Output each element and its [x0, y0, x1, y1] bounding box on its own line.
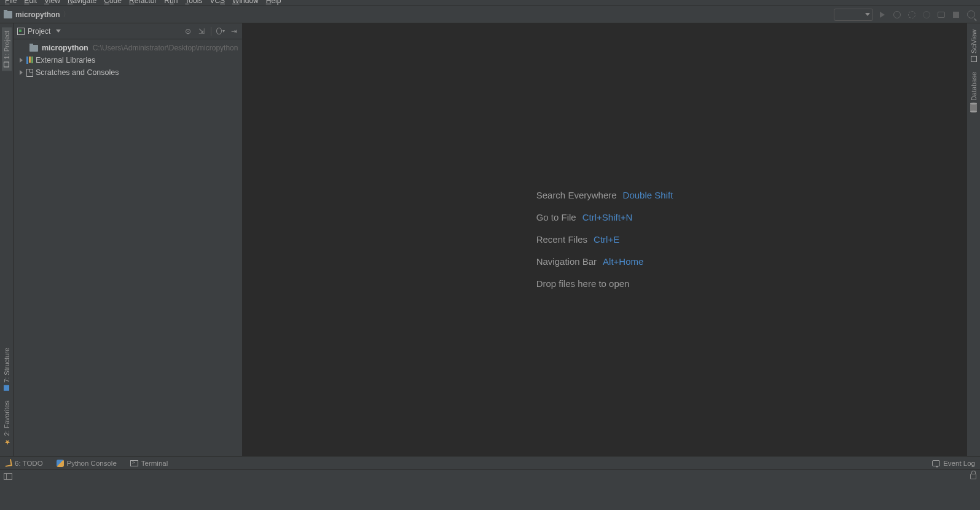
- locate-icon[interactable]: ⊙: [184, 27, 192, 36]
- tool-tab-python-console[interactable]: Python Console: [57, 460, 117, 467]
- folder-icon: [4, 11, 12, 18]
- hint-goto-key: Ctrl+Shift+N: [582, 206, 633, 229]
- hide-icon[interactable]: ⇥: [230, 27, 238, 36]
- event-log-label: Event Log: [943, 460, 975, 467]
- project-tree: micropython C:\Users\Administrator\Deskt…: [14, 39, 242, 81]
- tool-windows-toggle[interactable]: [4, 473, 12, 480]
- tool-tab-favorites-label: 2: Favorites: [3, 401, 10, 436]
- menu-navigate[interactable]: Navigate: [68, 0, 96, 5]
- stop-button[interactable]: [951, 9, 962, 20]
- breadcrumb[interactable]: micropython 〉: [4, 9, 73, 20]
- menu-code[interactable]: Code: [104, 0, 122, 5]
- menu-edit[interactable]: Edit: [24, 0, 37, 5]
- tree-external-label: External Libraries: [36, 56, 95, 65]
- project-panel-title: Project: [28, 27, 50, 36]
- tree-scratches[interactable]: Scratches and Consoles: [14, 66, 242, 79]
- tree-external-libraries[interactable]: External Libraries: [14, 54, 242, 66]
- tool-tab-database[interactable]: Database: [969, 69, 979, 114]
- search-everywhere-button[interactable]: [965, 9, 976, 20]
- menu-help[interactable]: Help: [266, 0, 281, 5]
- expand-arrow-icon[interactable]: [20, 58, 23, 63]
- menu-run[interactable]: Run: [164, 0, 178, 5]
- tool-tab-sciview-label: SciView: [970, 29, 978, 53]
- settings-icon[interactable]: ▾: [216, 27, 225, 36]
- tool-tab-todo-label: 6: TODO: [15, 460, 43, 467]
- menu-tools[interactable]: Tools: [185, 0, 202, 5]
- tool-tab-terminal[interactable]: Terminal: [130, 460, 168, 467]
- tool-tab-project-label: 1: Project: [3, 31, 10, 59]
- project-icon: [4, 61, 9, 67]
- menu-file[interactable]: File: [5, 0, 17, 5]
- menu-vcs[interactable]: VCS: [210, 0, 225, 5]
- run-button[interactable]: [877, 9, 888, 20]
- tool-tab-structure-label: 7: Structure: [3, 348, 10, 383]
- tree-root[interactable]: micropython C:\Users\Administrator\Deskt…: [14, 42, 242, 54]
- breadcrumb-name: micropython: [15, 10, 60, 19]
- tool-tab-todo[interactable]: 6: TODO: [5, 460, 43, 467]
- project-panel-icon: [17, 28, 25, 35]
- folder-icon: [29, 45, 38, 52]
- menu-view[interactable]: View: [44, 0, 60, 5]
- toolbar-row: micropython 〉: [0, 6, 980, 23]
- editor-hints: Search EverywhereDouble Shift Go to File…: [536, 184, 673, 295]
- coverage-button[interactable]: [906, 9, 917, 20]
- event-log-icon: [932, 460, 940, 466]
- tool-tab-database-label: Database: [970, 72, 978, 101]
- project-panel: Project ⊙ ⇲ ▾ ⇥ micropython C:\Users\Adm…: [14, 23, 243, 456]
- database-icon: [970, 103, 977, 112]
- attach-button[interactable]: [936, 9, 947, 20]
- libraries-icon: [26, 57, 33, 64]
- python-icon: [57, 460, 64, 467]
- tool-tab-project[interactable]: 1: Project: [2, 27, 12, 71]
- terminal-icon: [130, 460, 138, 466]
- tool-tab-terminal-label: Terminal: [141, 460, 168, 467]
- breadcrumb-sep: 〉: [63, 9, 70, 20]
- tool-tab-sciview[interactable]: SciView: [969, 27, 979, 65]
- separator: [211, 27, 211, 36]
- editor-area[interactable]: Search EverywhereDouble Shift Go to File…: [243, 23, 966, 456]
- tool-tab-python-console-label: Python Console: [67, 460, 117, 467]
- collapse-icon[interactable]: ⇲: [197, 27, 206, 36]
- hint-search-label: Search Everywhere: [536, 184, 617, 206]
- chevron-down-icon[interactable]: [56, 29, 61, 33]
- project-panel-header: Project ⊙ ⇲ ▾ ⇥: [14, 23, 242, 39]
- toolbar-buttons: [834, 9, 976, 21]
- tree-scratches-label: Scratches and Consoles: [36, 68, 119, 77]
- menu-window[interactable]: Window: [232, 0, 259, 5]
- hint-goto-label: Go to File: [536, 206, 576, 229]
- hint-recent-label: Recent Files: [536, 229, 587, 251]
- debug-button[interactable]: [892, 9, 903, 20]
- structure-icon: [4, 385, 9, 391]
- star-icon: ★: [2, 438, 10, 446]
- expand-arrow-icon[interactable]: [20, 70, 23, 75]
- right-gutter: SciView Database: [966, 23, 980, 456]
- status-bar: [0, 469, 980, 483]
- sciview-icon: [971, 56, 977, 62]
- tree-root-path: C:\Users\Administrator\Desktop\micropyth…: [93, 44, 238, 52]
- lock-icon[interactable]: [970, 474, 976, 479]
- tool-tab-structure[interactable]: 7: Structure: [2, 344, 12, 394]
- event-log-button[interactable]: Event Log: [932, 460, 975, 467]
- menu-bar: File Edit View Navigate Code Refactor Ru…: [0, 0, 980, 6]
- tree-root-name: micropython: [42, 44, 88, 52]
- hint-recent-key: Ctrl+E: [594, 229, 619, 251]
- tool-tab-favorites[interactable]: ★ 2: Favorites: [1, 397, 12, 450]
- hint-drop-label: Drop files here to open: [536, 273, 630, 295]
- left-gutter: 1: Project 7: Structure ★ 2: Favorites: [0, 23, 14, 456]
- bottom-bar: 6: TODO Python Console Terminal Event Lo…: [0, 456, 980, 469]
- hint-nav-key: Alt+Home: [603, 251, 643, 273]
- scratch-icon: [26, 69, 33, 77]
- todo-icon: [4, 459, 12, 467]
- run-config-dropdown[interactable]: [834, 9, 873, 21]
- hint-nav-label: Navigation Bar: [536, 251, 597, 273]
- menu-refactor[interactable]: Refactor: [129, 0, 157, 5]
- profile-button[interactable]: [921, 9, 932, 20]
- hint-search-key: Double Shift: [623, 184, 673, 206]
